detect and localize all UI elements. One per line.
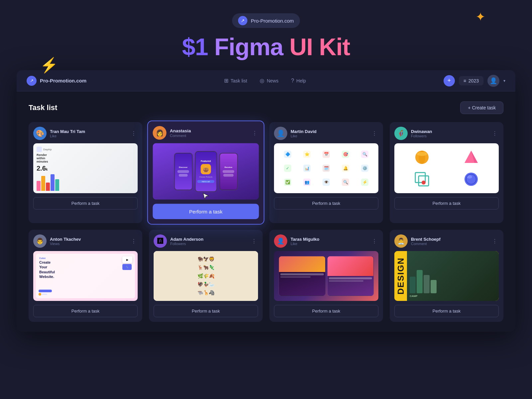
card-avatar-3: 👤 [274, 127, 287, 140]
brand-icon: ↗ [238, 16, 247, 25]
phone-center: Featured 👜 Choose Products Add to cart [195, 151, 217, 192]
promo-brand: ↗ Pro-Promotion.com [232, 13, 300, 28]
card-action-7: Like [291, 242, 367, 246]
sparkle-decoration: ✦ [475, 10, 485, 24]
card-user-info-3: Martin David Like [291, 129, 367, 138]
icon-5: 🔍 [361, 151, 368, 158]
card-action-3: Like [291, 134, 367, 138]
card-menu-4[interactable]: ⋮ [491, 129, 499, 138]
screen-item [223, 174, 233, 177]
perform-task-btn-2[interactable]: Perform a task [153, 204, 259, 219]
tasklist-icon: ⊞ [224, 77, 228, 84]
card-username-4: Dwinawan [411, 129, 487, 134]
icon-3: 📅 [323, 151, 330, 158]
card-avatar-6: 🅰 [154, 234, 167, 248]
brand-text: Pro-Promotion.com [251, 18, 294, 24]
card-avatar-7: 👤 [274, 234, 287, 248]
nav-link-news[interactable]: ◎ News [254, 75, 284, 86]
card-user-info-7: Taras Migulko Like [291, 237, 367, 246]
perform-task-btn-8[interactable]: Perform a task [394, 305, 499, 317]
icon-12: 👥 [303, 179, 311, 186]
perform-task-btn-1[interactable]: Perform a task [33, 197, 138, 209]
card-header-5: 👨 Anton Tkachev Views ⋮ [29, 230, 142, 251]
card-6: 🅰 Adam Anderson Followers ⋮ 🦬🦅🦁🦌🐂🦎🌿🌾🍂🦃🦆🦢… [149, 230, 263, 322]
perform-task-btn-7[interactable]: Perform a task [274, 305, 378, 317]
nav-link-help[interactable]: ? Help [286, 75, 311, 86]
card-user-info-2: Anastasia Comment [170, 128, 247, 138]
card-1: 🎨 Tran Mau Tri Tam Like ⋮ Daytrip Render… [29, 122, 142, 223]
icon-14: 🔍 [342, 179, 349, 186]
card-user-info-8: Brent Schoepf Comment [411, 237, 487, 246]
card-image-4 [394, 143, 499, 193]
avatar-chevron[interactable]: ▾ [503, 78, 505, 83]
card-menu-8[interactable]: ⋮ [491, 237, 499, 246]
headline-figma: Figma [214, 34, 283, 60]
lightning-decoration: ⚡ [40, 57, 58, 74]
create-task-button[interactable]: + Create task [460, 101, 503, 114]
card-7: 👤 Taras Migulko Like ⋮ [269, 230, 383, 322]
app-window: ↗ Pro-Promotion.com ⊞ Task list ◎ News ?… [17, 70, 515, 332]
card-menu-1[interactable]: ⋮ [130, 129, 138, 138]
year-value: 2023 [468, 78, 479, 83]
card-2: 👩 Anastasia Comment ⋮ Discover [147, 121, 264, 225]
card-4: 🦸 Dwinawan Followers ⋮ [390, 122, 503, 223]
card-header-3: 👤 Martin David Like ⋮ [269, 122, 383, 143]
perform-task-btn-4[interactable]: Perform a task [394, 197, 499, 209]
card-avatar-4: 🦸 [394, 127, 408, 140]
card-username-8: Brent Schoepf [411, 237, 487, 242]
nav-link-tasklist[interactable]: ⊞ Task list [219, 75, 253, 86]
card-8: 👨‍💼 Brent Schoepf Comment ⋮ DESIGN [390, 230, 503, 322]
card-image-6: 🦬🦅🦁🦌🐂🦎🌿🌾🍂🦃🦆🦢🐃🦒🦓 [154, 251, 258, 301]
card-5: 👨 Anton Tkachev Views ⋮ Culee CreateYour… [29, 230, 142, 322]
card-user-info-4: Dwinawan Followers [411, 129, 487, 138]
preview-illustration: 🦬🦅🦁🦌🐂🦎🌿🌾🍂🦃🦆🦢🐃🦒🦓 [154, 251, 258, 301]
add-button[interactable]: + [444, 75, 455, 86]
phone-left: Discover [174, 153, 193, 190]
card-menu-2[interactable]: ⋮ [251, 128, 259, 138]
year-selector[interactable]: ≡ 2023 [459, 76, 483, 85]
perform-task-btn-3[interactable]: Perform a task [274, 197, 378, 209]
icon-11: ✅ [284, 179, 291, 186]
promo-headline: $1 Figma UI Kit [0, 34, 532, 60]
nav-brand-icon: ↗ [27, 76, 37, 86]
preview-icons: 🔷 ⭐ 📅 🎯 🔍 ✓ 📊 🗓️ 🔔 ⚙️ ✅ 👥 👁️ 🔍 [274, 143, 378, 193]
card-footer-3: Perform a task [269, 193, 383, 214]
user-avatar[interactable]: 👤 [487, 75, 499, 87]
perform-task-btn-6[interactable]: Perform a task [154, 305, 258, 317]
nav-actions: + ≡ 2023 👤 ▾ [444, 75, 505, 87]
help-label: Help [296, 78, 306, 83]
card-username-5: Anton Tkachev [50, 237, 126, 242]
card-footer-1: Perform a task [29, 193, 142, 214]
headline-dollar: $1 [182, 34, 208, 60]
card-header-6: 🅰 Adam Anderson Followers ⋮ [149, 230, 263, 251]
main-content: Task list + Create task 🎨 Tran Mau Tri T… [17, 91, 515, 332]
icon-6: ✓ [284, 165, 291, 172]
card-menu-7[interactable]: ⋮ [370, 237, 378, 246]
card-action-1: Like [50, 134, 126, 138]
card-image-7 [274, 251, 378, 301]
screen-item [179, 174, 188, 177]
preview-website: Culee CreateYourBeautifulWebsite. ▶ 🔧 [33, 251, 138, 301]
card-footer-2: Perform a task [148, 200, 264, 224]
card-menu-6[interactable]: ⋮ [250, 237, 258, 246]
nav-brand: ↗ Pro-Promotion.com [27, 76, 86, 86]
card-3: 👤 Martin David Like ⋮ 🔷 ⭐ 📅 🎯 🔍 ✓ [269, 122, 383, 223]
card-header-2: 👩 Anastasia Comment ⋮ [148, 121, 264, 143]
card-avatar-5: 👨 [33, 234, 47, 248]
icon-13: 👁️ [323, 179, 330, 186]
nav-links: ⊞ Task list ◎ News ? Help [219, 75, 312, 86]
card-image-3: 🔷 ⭐ 📅 🎯 🔍 ✓ 📊 🗓️ 🔔 ⚙️ ✅ 👥 👁️ 🔍 [274, 143, 378, 193]
phone-right: Receive [219, 153, 238, 190]
card-menu-5[interactable]: ⋮ [130, 237, 138, 246]
phone-screen-center: Featured 👜 Choose Products Add to cart [196, 152, 216, 191]
navbar: ↗ Pro-Promotion.com ⊞ Task list ◎ News ?… [17, 70, 515, 91]
shape-sphere-blue [463, 171, 479, 188]
card-avatar-8: 👨‍💼 [394, 234, 408, 248]
perform-task-btn-5[interactable]: Perform a task [33, 305, 138, 317]
nav-brand-text: Pro-Promotion.com [40, 78, 86, 83]
card-user-info-5: Anton Tkachev Views [50, 237, 126, 246]
card-menu-3[interactable]: ⋮ [370, 129, 378, 138]
card-user-info-1: Tran Mau Tri Tam Like [50, 129, 126, 138]
phone-screen-right: Receive [220, 153, 237, 190]
icon-9: 🔔 [342, 165, 349, 172]
